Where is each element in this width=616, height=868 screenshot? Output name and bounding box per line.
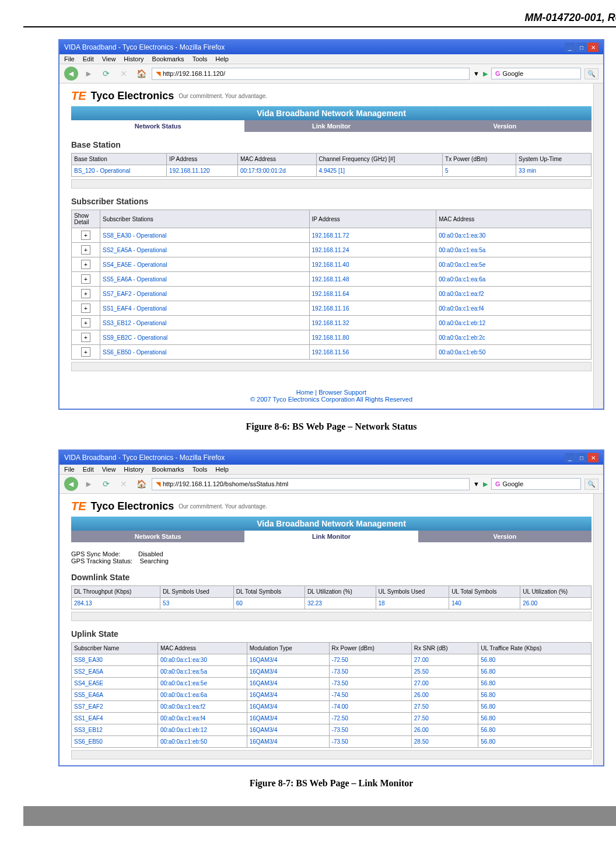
ss-mac[interactable]: 00:a0:0a:c1:eb:2c — [436, 330, 592, 345]
ss-mac[interactable]: 00:a0:0a:c1:ea:6a — [436, 272, 592, 287]
home-icon[interactable]: 🏠 — [134, 67, 148, 81]
footer-home-link[interactable]: Home — [296, 389, 313, 396]
menu-file[interactable]: File — [64, 55, 75, 62]
stop-icon[interactable]: ✕ — [117, 477, 131, 491]
ss-name[interactable]: SS7_EAF2 - Operational — [100, 287, 310, 301]
ss-name[interactable]: SS8_EA30 - Operational — [100, 228, 310, 243]
footer-browser-link[interactable]: Browser Support — [318, 389, 366, 396]
menu-bookmarks[interactable]: Bookmarks — [152, 466, 184, 473]
ss-mac[interactable]: 00:a0:0a:c1:ea:30 — [436, 228, 592, 243]
menu-tools[interactable]: Tools — [192, 466, 208, 473]
close-icon[interactable]: ✕ — [588, 43, 598, 52]
menu-view[interactable]: View — [102, 466, 116, 473]
ss-mac[interactable]: 00:a0:0a:c1:ea:5a — [436, 243, 592, 257]
minimize-icon[interactable]: _ — [565, 453, 575, 462]
menu-help[interactable]: Help — [215, 55, 229, 62]
expand-icon[interactable]: + — [81, 347, 90, 357]
ss-mac[interactable]: 00:a0:0a:c1:ea:5e — [436, 257, 592, 272]
go-icon[interactable]: ▶ — [483, 70, 488, 78]
vertical-scrollbar[interactable] — [593, 83, 603, 409]
ss-ip[interactable]: 192.168.11.48 — [309, 272, 436, 287]
ss-mac[interactable]: 00:a0:0a:c1:eb:12 — [436, 316, 592, 330]
ul-name[interactable]: SS3_EB12 — [72, 724, 158, 736]
scrollbar[interactable] — [71, 750, 592, 759]
ss-ip[interactable]: 192.168.11.32 — [309, 316, 436, 330]
tab-version[interactable]: Version — [418, 120, 592, 132]
ss-name[interactable]: SS3_EB12 - Operational — [100, 316, 310, 330]
expand-icon[interactable]: + — [81, 304, 90, 313]
stop-icon[interactable]: ✕ — [117, 67, 131, 81]
reload-icon[interactable]: ⟳ — [99, 477, 113, 491]
ss-name[interactable]: SS4_EA5E - Operational — [100, 257, 310, 272]
expand-icon[interactable]: + — [81, 245, 90, 255]
ss-ip[interactable]: 192.168.11.24 — [309, 243, 436, 257]
dropdown-icon[interactable]: ▼ — [473, 480, 480, 487]
expand-icon[interactable]: + — [81, 333, 90, 342]
minimize-icon[interactable]: _ — [565, 43, 575, 52]
menu-edit[interactable]: Edit — [83, 55, 94, 62]
ss-name[interactable]: SS5_EA6A - Operational — [100, 272, 310, 287]
ss-ip[interactable]: 192.168.11.56 — [309, 345, 436, 360]
maximize-icon[interactable]: □ — [576, 453, 587, 462]
ul-name[interactable]: SS6_EB50 — [72, 736, 158, 748]
ss-ip[interactable]: 192.168.11.16 — [309, 301, 436, 316]
home-icon[interactable]: 🏠 — [134, 477, 148, 491]
ul-name[interactable]: SS2_EA5A — [72, 666, 158, 678]
footer-copyright[interactable]: © 2007 Tyco Electronics Corporation All … — [250, 396, 412, 403]
ss-ip[interactable]: 192.168.11.80 — [309, 330, 436, 345]
menu-view[interactable]: View — [102, 55, 116, 62]
search-box[interactable]: G Google — [491, 68, 581, 79]
scrollbar[interactable] — [71, 612, 592, 621]
search-icon[interactable]: 🔍 — [584, 479, 598, 490]
ul-name[interactable]: SS1_EAF4 — [72, 713, 158, 724]
ss-ip[interactable]: 192.168.11.64 — [309, 287, 436, 301]
ss-name[interactable]: SS6_EB50 - Operational — [100, 345, 310, 360]
ss-name[interactable]: SS1_EAF4 - Operational — [100, 301, 310, 316]
menu-file[interactable]: File — [64, 466, 75, 473]
tab-link-monitor[interactable]: Link Monitor — [244, 531, 418, 542]
vertical-scrollbar[interactable] — [593, 494, 603, 765]
ss-ip[interactable]: 192.168.11.40 — [309, 257, 436, 272]
ss-mac[interactable]: 00:a0:0a:c1:ea:f2 — [436, 287, 592, 301]
ul-name[interactable]: SS5_EA6A — [72, 689, 158, 701]
url-bar[interactable]: ◥ http://192.168.11.120/ — [152, 68, 470, 80]
dropdown-icon[interactable]: ▼ — [473, 70, 480, 77]
expand-icon[interactable]: + — [81, 318, 90, 327]
scrollbar[interactable] — [71, 179, 592, 189]
scrollbar[interactable] — [71, 362, 592, 371]
close-icon[interactable]: ✕ — [588, 453, 598, 462]
tab-network-status[interactable]: Network Status — [71, 531, 244, 542]
menu-history[interactable]: History — [124, 466, 144, 473]
menu-tools[interactable]: Tools — [192, 55, 208, 62]
expand-icon[interactable]: + — [81, 231, 90, 240]
search-box[interactable]: G Google — [491, 478, 581, 490]
expand-icon[interactable]: + — [81, 274, 90, 284]
bs-ip[interactable]: 192.168.11.120 — [167, 165, 238, 177]
reload-icon[interactable]: ⟳ — [99, 67, 113, 81]
back-icon[interactable]: ◄ — [64, 67, 78, 81]
forward-icon[interactable]: ► — [82, 477, 96, 491]
tab-network-status[interactable]: Network Status — [71, 120, 244, 132]
search-icon[interactable]: 🔍 — [584, 68, 598, 79]
expand-icon[interactable]: + — [81, 260, 90, 269]
menu-bookmarks[interactable]: Bookmarks — [152, 55, 184, 62]
url-bar[interactable]: ◥ http://192.168.11.120/bshome/ssStatus.… — [152, 478, 470, 490]
ul-name[interactable]: SS7_EAF2 — [72, 701, 158, 713]
menu-edit[interactable]: Edit — [83, 466, 94, 473]
go-icon[interactable]: ▶ — [483, 480, 488, 488]
maximize-icon[interactable]: □ — [576, 43, 587, 52]
tab-version[interactable]: Version — [418, 531, 592, 542]
ss-ip[interactable]: 192.168.11.72 — [309, 228, 436, 243]
expand-icon[interactable]: + — [81, 289, 90, 298]
ss-mac[interactable]: 00:a0:0a:c1:ea:f4 — [436, 301, 592, 316]
ul-name[interactable]: SS4_EA5E — [72, 678, 158, 689]
bs-mac[interactable]: 00:17:f3:00:01:2d — [237, 165, 316, 177]
back-icon[interactable]: ◄ — [64, 477, 78, 491]
ss-name[interactable]: SS2_EA5A - Operational — [100, 243, 310, 257]
forward-icon[interactable]: ► — [82, 67, 96, 81]
tab-link-monitor[interactable]: Link Monitor — [244, 120, 418, 132]
menu-help[interactable]: Help — [215, 466, 229, 473]
menu-history[interactable]: History — [124, 55, 144, 62]
ss-name[interactable]: SS9_EB2C - Operational — [100, 330, 310, 345]
ss-mac[interactable]: 00:a0:0a:c1:eb:50 — [436, 345, 592, 360]
